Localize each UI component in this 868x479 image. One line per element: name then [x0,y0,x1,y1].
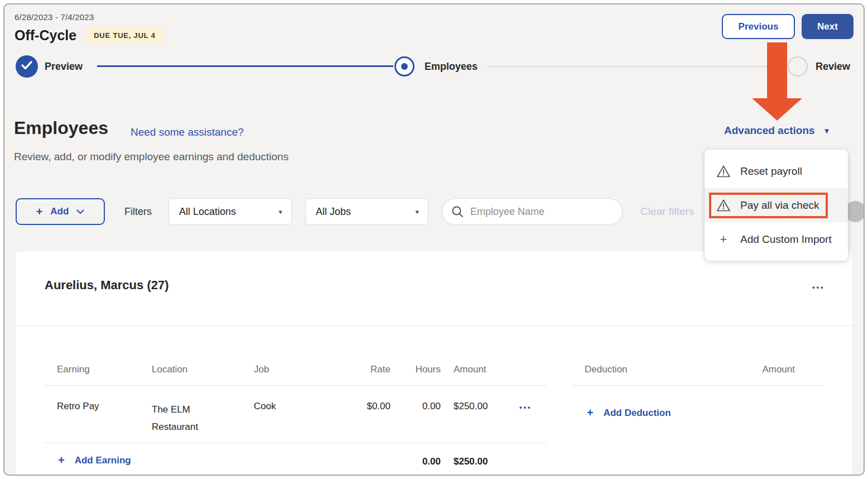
menu-item-label: Reset payroll [740,165,802,178]
step-review-indicator[interactable] [788,56,808,76]
warning-triangle-icon [716,165,731,178]
payroll-title-row: Off-Cycle DUE TUE, JUL 4 [15,27,163,44]
divider [16,325,852,326]
add-button[interactable]: + Add [16,198,105,225]
employee-card: Aurelius, Marcus (27) ••• Earning Locati… [16,251,852,476]
menu-item-pay-all-via-check[interactable]: Pay all via check [705,188,848,222]
warning-triangle-icon [716,199,731,212]
step-preview-label: Preview [45,61,83,73]
app-window: 6/28/2023 - 7/4/2023 Off-Cycle DUE TUE, … [3,3,865,476]
menu-item-reset-payroll[interactable]: Reset payroll [705,154,848,188]
menu-item-add-custom-import[interactable]: + Add Custom Import [705,222,848,256]
filters-label: Filters [124,198,152,225]
employee-search-box[interactable] [442,198,623,225]
plus-icon: + [36,205,43,218]
earnings-column-hours: Hours [399,364,441,375]
add-earning-button[interactable]: + Add Earning [58,454,131,467]
page-subtitle: Review, add, or modify employee earnings… [14,151,288,163]
next-button[interactable]: Next [802,14,853,39]
advanced-actions-menu: Reset payroll Pay all via check + Add Cu… [705,150,848,261]
plus-icon: + [716,232,731,247]
divider [45,385,547,386]
advanced-actions-button[interactable]: Advanced actions ▾ [724,124,829,137]
search-icon [451,205,464,218]
due-date-badge: DUE TUE, JUL 4 [86,27,163,44]
earning-row-hours: 0.00 [399,401,441,412]
step-connector-upcoming [488,66,785,67]
divider [45,443,547,443]
advanced-actions-label: Advanced actions [724,124,815,137]
add-earning-label: Add Earning [75,455,131,466]
plus-icon: + [587,406,594,419]
caret-down-icon: ▾ [415,208,419,216]
step-employees-label: Employees [425,61,478,73]
plus-icon: + [58,454,65,467]
previous-button[interactable]: Previous [722,14,795,39]
earnings-column-amount: Amount [454,364,486,375]
earnings-total-amount: $250.00 [454,456,488,467]
divider [572,385,824,386]
menu-item-label: Pay all via check [740,199,819,212]
add-button-label: Add [50,206,69,217]
earning-row-job: Cook [254,401,276,412]
annotation-arrow-shaft [767,42,787,99]
payroll-type-title: Off-Cycle [15,27,76,44]
job-filter-value: All Jobs [316,206,351,218]
location-filter-select[interactable]: All Locations ▾ [168,198,292,225]
employee-search-input[interactable] [470,206,613,218]
location-filter-value: All Locations [179,206,236,218]
step-review-label: Review [816,61,850,73]
assistance-link[interactable]: Need some assistance? [131,126,244,138]
deductions-column-amount: Amount [739,364,795,375]
earning-row-name: Retro Pay [57,401,99,412]
job-filter-select[interactable]: All Jobs ▾ [305,198,428,225]
check-icon [21,61,32,72]
step-employees-indicator[interactable] [394,56,414,76]
add-deduction-button[interactable]: + Add Deduction [587,406,671,419]
clear-filters-button[interactable]: Clear filters [640,198,694,225]
earnings-column-job: Job [254,364,269,375]
step-connector-complete [97,65,393,67]
employee-name: Aurelius, Marcus (27) [45,278,169,293]
pay-period-date-range: 6/28/2023 - 7/4/2023 [15,12,94,22]
earnings-column-rate: Rate [337,364,390,375]
menu-item-label: Add Custom Import [740,233,832,246]
earning-row-location: The ELM Restaurant [152,401,224,435]
caret-down-icon: ▾ [278,208,282,216]
earnings-total-hours: 0.00 [399,456,441,467]
step-preview-indicator[interactable] [16,55,38,78]
earning-row-amount: $250.00 [454,401,488,412]
earning-row-actions-button[interactable]: ••• [519,403,532,411]
annotation-arrow-head [752,98,802,121]
caret-down-icon: ▾ [825,126,829,135]
earnings-column-earning: Earning [57,364,90,375]
current-step-dot-icon [401,63,408,70]
add-deduction-label: Add Deduction [604,408,671,419]
earning-row-rate: $0.00 [337,401,390,412]
earnings-column-location: Location [152,364,187,375]
chevron-down-icon [76,209,84,214]
deductions-column-deduction: Deduction [585,364,628,375]
employee-actions-menu-button[interactable]: ••• [812,283,825,291]
page-title: Employees [14,118,108,138]
